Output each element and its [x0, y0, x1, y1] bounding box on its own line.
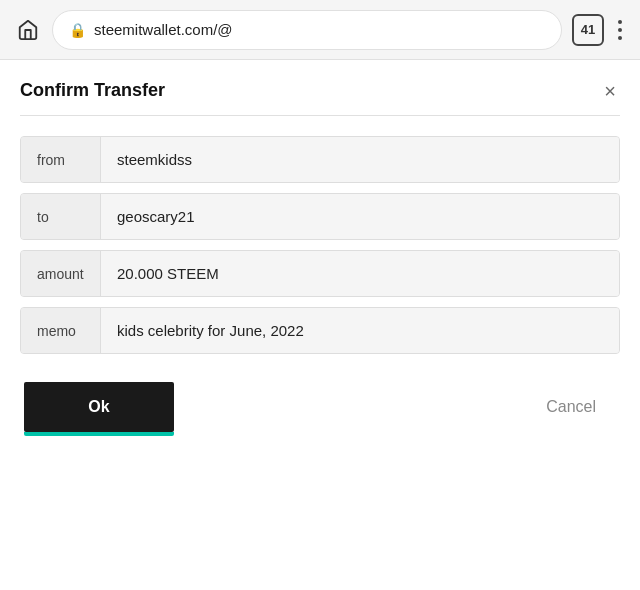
browser-bar: 🔒 steemitwallet.com/@ 41 — [0, 0, 640, 60]
from-value: steemkidss — [101, 137, 619, 182]
modal-title: Confirm Transfer — [20, 80, 165, 101]
close-button[interactable]: × — [600, 81, 620, 101]
buttons-row: Ok Cancel — [20, 382, 620, 432]
modal-container: Confirm Transfer × from steemkidss to ge… — [0, 60, 640, 462]
amount-label: amount — [21, 251, 101, 296]
address-bar[interactable]: 🔒 steemitwallet.com/@ — [52, 10, 562, 50]
amount-value: 20.000 STEEM — [101, 251, 619, 296]
more-options-icon[interactable] — [614, 16, 626, 44]
from-row: from steemkidss — [20, 136, 620, 183]
divider — [20, 115, 620, 116]
to-row: to geoscary21 — [20, 193, 620, 240]
tab-count[interactable]: 41 — [572, 14, 604, 46]
lock-icon: 🔒 — [69, 22, 86, 38]
to-value: geoscary21 — [101, 194, 619, 239]
memo-value: kids celebrity for June, 2022 — [101, 308, 619, 353]
amount-row: amount 20.000 STEEM — [20, 250, 620, 297]
cancel-button[interactable]: Cancel — [526, 382, 616, 432]
memo-row: memo kids celebrity for June, 2022 — [20, 307, 620, 354]
memo-label: memo — [21, 308, 101, 353]
address-text: steemitwallet.com/@ — [94, 21, 233, 38]
from-label: from — [21, 137, 101, 182]
home-icon[interactable] — [14, 16, 42, 44]
modal-header: Confirm Transfer × — [20, 80, 620, 101]
ok-button[interactable]: Ok — [24, 382, 174, 432]
to-label: to — [21, 194, 101, 239]
